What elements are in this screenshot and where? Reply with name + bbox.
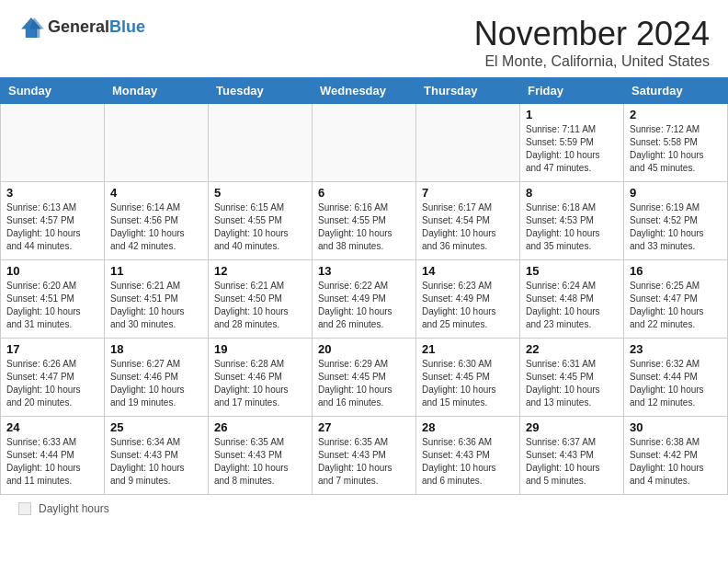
day-number: 23	[630, 342, 722, 356]
day-number: 11	[110, 264, 202, 278]
day-cell: 16Sunrise: 6:25 AM Sunset: 4:47 PM Dayli…	[624, 260, 728, 339]
day-info: Sunrise: 6:18 AM Sunset: 4:53 PM Dayligh…	[526, 201, 618, 253]
day-info: Sunrise: 6:38 AM Sunset: 4:42 PM Dayligh…	[630, 436, 722, 488]
day-info: Sunrise: 6:19 AM Sunset: 4:52 PM Dayligh…	[630, 201, 722, 253]
day-info: Sunrise: 6:28 AM Sunset: 4:46 PM Dayligh…	[214, 358, 306, 409]
day-number: 18	[110, 342, 202, 356]
day-cell: 29Sunrise: 6:37 AM Sunset: 4:43 PM Dayli…	[520, 417, 624, 495]
day-number: 9	[630, 186, 722, 200]
day-number: 27	[318, 420, 410, 434]
day-info: Sunrise: 6:29 AM Sunset: 4:45 PM Dayligh…	[318, 358, 410, 409]
weekday-sunday: Sunday	[1, 78, 105, 104]
day-info: Sunrise: 6:31 AM Sunset: 4:45 PM Dayligh…	[526, 358, 618, 409]
day-info: Sunrise: 6:34 AM Sunset: 4:43 PM Dayligh…	[110, 436, 202, 488]
day-cell: 26Sunrise: 6:35 AM Sunset: 4:43 PM Dayli…	[209, 417, 313, 495]
day-cell: 22Sunrise: 6:31 AM Sunset: 4:45 PM Dayli…	[520, 339, 624, 417]
day-info: Sunrise: 6:16 AM Sunset: 4:55 PM Dayligh…	[318, 201, 410, 253]
day-info: Sunrise: 6:21 AM Sunset: 4:50 PM Dayligh…	[214, 280, 306, 331]
day-number: 25	[110, 420, 202, 434]
day-cell: 1Sunrise: 7:11 AM Sunset: 5:59 PM Daylig…	[520, 104, 624, 182]
day-cell: 28Sunrise: 6:36 AM Sunset: 4:43 PM Dayli…	[416, 417, 520, 495]
day-number: 2	[630, 108, 722, 121]
day-number: 14	[422, 264, 514, 278]
day-number: 24	[6, 420, 98, 434]
day-number: 8	[526, 186, 618, 200]
day-number: 3	[6, 186, 98, 200]
day-cell: 17Sunrise: 6:26 AM Sunset: 4:47 PM Dayli…	[1, 339, 105, 417]
header: GeneralBlue November 2024 El Monte, Cali…	[0, 0, 728, 77]
day-info: Sunrise: 6:36 AM Sunset: 4:43 PM Dayligh…	[422, 436, 514, 488]
day-cell: 8Sunrise: 6:18 AM Sunset: 4:53 PM Daylig…	[520, 182, 624, 260]
legend-label: Daylight hours	[39, 502, 109, 515]
day-number: 22	[526, 342, 618, 356]
day-number: 28	[422, 420, 514, 434]
day-cell: 30Sunrise: 6:38 AM Sunset: 4:42 PM Dayli…	[624, 417, 728, 495]
day-number: 4	[110, 186, 202, 200]
day-number: 1	[526, 108, 618, 121]
title-block: November 2024 El Monte, California, Unit…	[474, 15, 710, 70]
day-cell	[105, 104, 209, 182]
logo-general: General	[48, 17, 109, 36]
day-cell: 25Sunrise: 6:34 AM Sunset: 4:43 PM Dayli…	[105, 417, 209, 495]
day-cell: 11Sunrise: 6:21 AM Sunset: 4:51 PM Dayli…	[105, 260, 209, 339]
day-number: 30	[630, 420, 722, 434]
weekday-monday: Monday	[105, 78, 209, 104]
weekday-wednesday: Wednesday	[313, 78, 416, 104]
day-cell: 3Sunrise: 6:13 AM Sunset: 4:57 PM Daylig…	[1, 182, 105, 260]
location: El Monte, California, United States	[474, 53, 710, 70]
day-number: 20	[318, 342, 410, 356]
day-info: Sunrise: 6:24 AM Sunset: 4:48 PM Dayligh…	[526, 280, 618, 331]
legend: Daylight hours	[0, 495, 728, 523]
day-info: Sunrise: 6:17 AM Sunset: 4:54 PM Dayligh…	[422, 201, 514, 253]
week-row-5: 24Sunrise: 6:33 AM Sunset: 4:44 PM Dayli…	[1, 417, 728, 495]
day-cell: 6Sunrise: 6:16 AM Sunset: 4:55 PM Daylig…	[313, 182, 416, 260]
day-cell: 12Sunrise: 6:21 AM Sunset: 4:50 PM Dayli…	[209, 260, 313, 339]
day-cell: 21Sunrise: 6:30 AM Sunset: 4:45 PM Dayli…	[416, 339, 520, 417]
day-info: Sunrise: 6:26 AM Sunset: 4:47 PM Dayligh…	[6, 358, 98, 409]
day-info: Sunrise: 7:12 AM Sunset: 5:58 PM Dayligh…	[630, 123, 722, 175]
legend-box	[18, 502, 31, 515]
logo: GeneralBlue	[18, 15, 145, 40]
day-number: 19	[214, 342, 306, 356]
day-info: Sunrise: 6:33 AM Sunset: 4:44 PM Dayligh…	[6, 436, 98, 488]
day-number: 15	[526, 264, 618, 278]
day-info: Sunrise: 6:13 AM Sunset: 4:57 PM Dayligh…	[6, 201, 98, 253]
day-info: Sunrise: 7:11 AM Sunset: 5:59 PM Dayligh…	[526, 123, 618, 175]
day-number: 17	[6, 342, 98, 356]
day-info: Sunrise: 6:21 AM Sunset: 4:51 PM Dayligh…	[110, 280, 202, 331]
logo-blue: Blue	[109, 17, 145, 36]
calendar: SundayMondayTuesdayWednesdayThursdayFrid…	[0, 77, 728, 495]
day-number: 26	[214, 420, 306, 434]
logo-text: GeneralBlue	[48, 18, 145, 37]
day-number: 7	[422, 186, 514, 200]
day-info: Sunrise: 6:32 AM Sunset: 4:44 PM Dayligh…	[630, 358, 722, 409]
day-cell: 24Sunrise: 6:33 AM Sunset: 4:44 PM Dayli…	[1, 417, 105, 495]
day-info: Sunrise: 6:22 AM Sunset: 4:49 PM Dayligh…	[318, 280, 410, 331]
weekday-tuesday: Tuesday	[209, 78, 313, 104]
day-info: Sunrise: 6:23 AM Sunset: 4:49 PM Dayligh…	[422, 280, 514, 331]
day-number: 5	[214, 186, 306, 200]
day-info: Sunrise: 6:37 AM Sunset: 4:43 PM Dayligh…	[526, 436, 618, 488]
day-cell: 7Sunrise: 6:17 AM Sunset: 4:54 PM Daylig…	[416, 182, 520, 260]
day-cell: 9Sunrise: 6:19 AM Sunset: 4:52 PM Daylig…	[624, 182, 728, 260]
day-info: Sunrise: 6:35 AM Sunset: 4:43 PM Dayligh…	[318, 436, 410, 488]
day-info: Sunrise: 6:35 AM Sunset: 4:43 PM Dayligh…	[214, 436, 306, 488]
day-cell: 23Sunrise: 6:32 AM Sunset: 4:44 PM Dayli…	[624, 339, 728, 417]
day-info: Sunrise: 6:27 AM Sunset: 4:46 PM Dayligh…	[110, 358, 202, 409]
weekday-friday: Friday	[520, 78, 624, 104]
day-info: Sunrise: 6:20 AM Sunset: 4:51 PM Dayligh…	[6, 280, 98, 331]
day-cell: 10Sunrise: 6:20 AM Sunset: 4:51 PM Dayli…	[1, 260, 105, 339]
day-cell: 4Sunrise: 6:14 AM Sunset: 4:56 PM Daylig…	[105, 182, 209, 260]
day-info: Sunrise: 6:14 AM Sunset: 4:56 PM Dayligh…	[110, 201, 202, 253]
day-cell: 15Sunrise: 6:24 AM Sunset: 4:48 PM Dayli…	[520, 260, 624, 339]
day-cell	[416, 104, 520, 182]
week-row-4: 17Sunrise: 6:26 AM Sunset: 4:47 PM Dayli…	[1, 339, 728, 417]
day-cell	[313, 104, 416, 182]
day-cell: 20Sunrise: 6:29 AM Sunset: 4:45 PM Dayli…	[313, 339, 416, 417]
day-info: Sunrise: 6:30 AM Sunset: 4:45 PM Dayligh…	[422, 358, 514, 409]
weekday-header-row: SundayMondayTuesdayWednesdayThursdayFrid…	[1, 78, 728, 104]
weekday-thursday: Thursday	[416, 78, 520, 104]
week-row-2: 3Sunrise: 6:13 AM Sunset: 4:57 PM Daylig…	[1, 182, 728, 260]
week-row-1: 1Sunrise: 7:11 AM Sunset: 5:59 PM Daylig…	[1, 104, 728, 182]
day-number: 12	[214, 264, 306, 278]
